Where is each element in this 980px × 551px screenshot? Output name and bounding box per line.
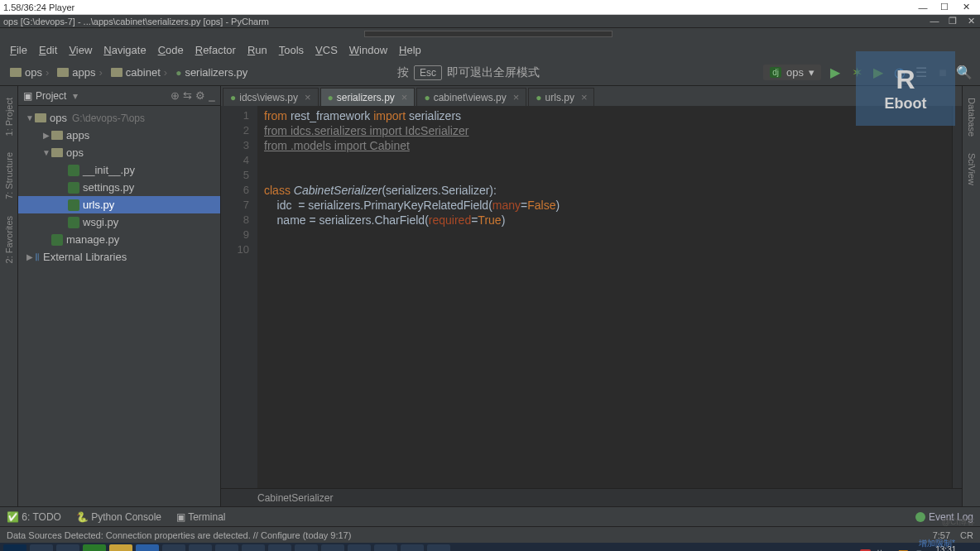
menu-vcs[interactable]: VCS: [310, 42, 343, 58]
code-line[interactable]: [264, 169, 945, 184]
editor-tab-serializers-py[interactable]: ●serializers.py×: [320, 88, 416, 106]
run-config-dropdown[interactable]: dj ops ▾: [763, 65, 821, 80]
tool-tab-database[interactable]: Database: [967, 98, 977, 137]
reboot-watermark: R Eboot: [856, 51, 955, 126]
explorer-icon[interactable]: [109, 544, 132, 551]
esc-key: Esc: [414, 65, 442, 80]
menu-file[interactable]: File: [5, 42, 32, 58]
todo-tab[interactable]: ✅ 6: TODO: [7, 511, 61, 523]
collapse-icon[interactable]: ⇆: [183, 89, 192, 102]
overlay-suffix: 即可退出全屏模式: [447, 65, 540, 80]
watermark: @Ct博客: [942, 516, 975, 528]
project-title[interactable]: ▣ Project ▾: [23, 90, 171, 102]
close-icon[interactable]: ×: [513, 91, 520, 103]
menu-view[interactable]: View: [64, 42, 97, 58]
hide-icon[interactable]: ⎯: [209, 89, 215, 102]
tool-tab----structure[interactable]: 7: Structure: [4, 152, 14, 199]
close-icon[interactable]: ×: [581, 91, 588, 103]
app-icon-7[interactable]: [321, 544, 344, 551]
code-line[interactable]: from rest_framework import serializers: [264, 109, 945, 124]
close-icon[interactable]: ×: [305, 91, 311, 103]
search-box[interactable]: [364, 31, 612, 37]
tool-tab-sciview[interactable]: SciView: [967, 153, 977, 185]
tree-item-apps[interactable]: ▶apps: [18, 127, 220, 144]
inner-min-icon[interactable]: —: [929, 16, 940, 26]
menu-refactor[interactable]: Refactor: [190, 42, 241, 58]
chrome-icon[interactable]: [83, 544, 106, 551]
editor-tab-idcs-views-py[interactable]: ●idcs\views.py×: [223, 88, 319, 106]
code-line[interactable]: idc = serializers.PrimaryKeyRelatedField…: [264, 199, 945, 213]
editor-tab-urls-py[interactable]: ●urls.py×: [528, 88, 594, 106]
project-tree[interactable]: ▼opsG:\devops-7\ops▶apps▼ops__init__.pys…: [18, 106, 220, 506]
editor-scrollbar[interactable]: [952, 106, 962, 488]
code-line[interactable]: name = serializers.CharField(required=Tr…: [264, 213, 945, 228]
app-icon-2[interactable]: [189, 544, 212, 551]
menu-tools[interactable]: Tools: [274, 42, 309, 58]
player-close-icon[interactable]: ✕: [955, 2, 977, 13]
gear-icon[interactable]: ⚙: [195, 89, 205, 102]
menu-help[interactable]: Help: [394, 42, 426, 58]
tree-item-wsgi-py[interactable]: wsgi.py: [18, 213, 220, 231]
tree-item-ops[interactable]: ▼opsG:\devops-7\ops: [18, 109, 220, 127]
menu-edit[interactable]: Edit: [34, 42, 62, 58]
player-min-icon[interactable]: —: [912, 2, 934, 13]
tree-item-urls-py[interactable]: urls.py: [18, 196, 220, 213]
ie-icon[interactable]: [136, 544, 159, 551]
tree-arrow: ▼: [25, 113, 35, 122]
terminal-tab[interactable]: ▣ Terminal: [176, 511, 225, 523]
app-icon-1[interactable]: [162, 544, 185, 551]
tree-item-manage-py[interactable]: manage.py: [18, 231, 220, 248]
code-line[interactable]: class CabinetSerializer(serializers.Seri…: [264, 184, 945, 199]
tree-item-settings-py[interactable]: settings.py: [18, 179, 220, 196]
tool-tab----favorites[interactable]: 2: Favorites: [4, 216, 14, 263]
menu-navigate[interactable]: Navigate: [98, 42, 151, 58]
breadcrumb-cabinet[interactable]: cabinet ›: [108, 66, 171, 79]
breadcrumb-ops[interactable]: ops ›: [7, 66, 52, 79]
code-line[interactable]: [264, 243, 945, 258]
code-crumb-text: CabinetSerializer: [257, 492, 333, 504]
tree-item-External-Libraries[interactable]: ▶⫴External Libraries: [18, 248, 220, 266]
app-icon-11[interactable]: [427, 544, 450, 551]
code-line[interactable]: [264, 228, 945, 243]
taskview-icon[interactable]: [56, 544, 79, 551]
status-message[interactable]: Data Sources Detected: Connection proper…: [7, 530, 351, 540]
app-icon-9[interactable]: [374, 544, 397, 551]
inner-close-icon[interactable]: ✕: [965, 16, 977, 26]
inner-restore-icon[interactable]: ❐: [947, 16, 958, 26]
tree-item-ops[interactable]: ▼ops: [18, 144, 220, 161]
python-console-tab[interactable]: 🐍 Python Console: [76, 511, 161, 523]
editor-tab-cabinet-views-py[interactable]: ●cabinet\views.py×: [416, 88, 526, 106]
breadcrumb-apps[interactable]: apps ›: [54, 66, 106, 79]
code-line[interactable]: from .models import Cabinet: [264, 139, 945, 154]
menu-window[interactable]: Window: [344, 42, 392, 58]
folder-icon: [111, 68, 122, 77]
locate-icon[interactable]: ⊕: [171, 89, 180, 102]
close-icon[interactable]: ×: [401, 91, 408, 103]
code-line[interactable]: [264, 154, 945, 169]
code-editor[interactable]: from rest_framework import serializersfr…: [257, 106, 952, 488]
app-icon-8[interactable]: [348, 544, 371, 551]
code-line[interactable]: from idcs.serializers import IdcSerializ…: [264, 124, 945, 139]
menu-code[interactable]: Code: [153, 42, 189, 58]
python-icon: ●: [328, 92, 334, 103]
tree-item---init---py[interactable]: __init__.py: [18, 161, 220, 179]
player-max-icon[interactable]: ☐: [934, 2, 955, 13]
app-icon-6[interactable]: [295, 544, 318, 551]
start-button[interactable]: [3, 544, 26, 551]
menu-run[interactable]: Run: [243, 42, 272, 58]
search-icon[interactable]: 🔍: [957, 65, 972, 80]
run-icon[interactable]: ▶: [828, 65, 843, 80]
search-task-icon[interactable]: [30, 544, 53, 551]
app-icon-5[interactable]: [268, 544, 291, 551]
app-icon-3[interactable]: [215, 544, 238, 551]
django-badge: dj: [770, 67, 781, 78]
tool-tab----project[interactable]: 1: Project: [4, 98, 14, 136]
window-title: ops [G:\devops-7] - ...\apps\cabinet\ser…: [3, 17, 269, 26]
overlay-prefix: 按: [397, 65, 409, 80]
app-icon-4[interactable]: [242, 544, 265, 551]
app-icon-10[interactable]: [401, 544, 424, 551]
breadcrumb-serializers-py[interactable]: ●serializers.py: [172, 66, 251, 79]
folder-icon: [10, 68, 22, 77]
menubar: FileEditViewNavigateCodeRefactorRunTools…: [0, 40, 980, 60]
windows-taskbar[interactable]: S 英 ^ 📶 🔊 13:31 2018/6/24 ▭: [0, 543, 980, 551]
